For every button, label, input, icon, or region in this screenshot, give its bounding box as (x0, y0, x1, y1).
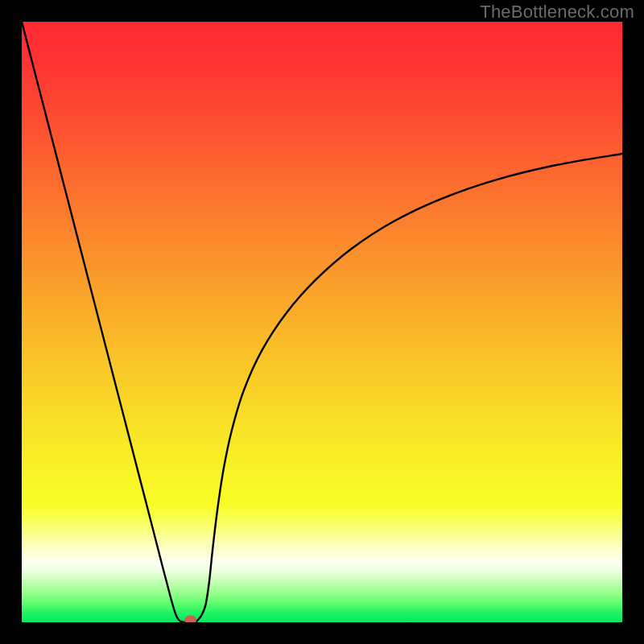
min-marker (184, 615, 196, 622)
chart-frame: TheBottleneck.com (0, 0, 644, 644)
watermark-text: TheBottleneck.com (480, 2, 634, 23)
curve-layer (22, 22, 622, 622)
bottleneck-curve (22, 22, 622, 622)
plot-area (22, 22, 622, 622)
